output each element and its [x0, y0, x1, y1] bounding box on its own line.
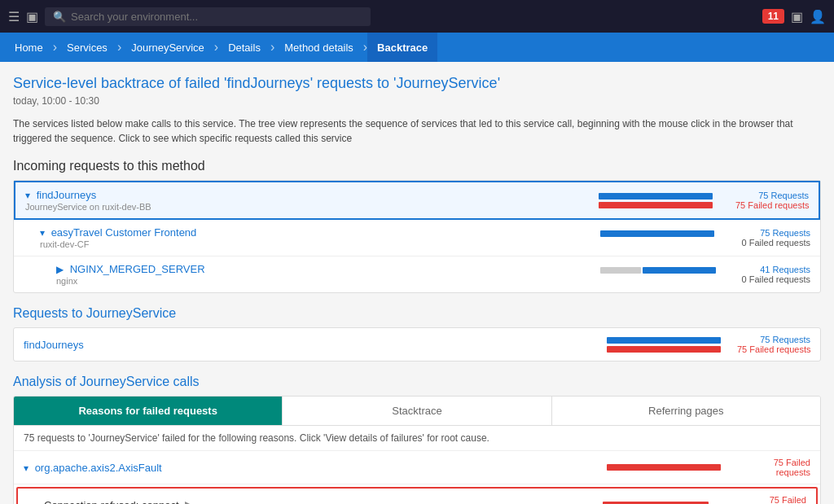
easytravel-link[interactable]: easyTravel Customer Frontend — [51, 226, 197, 239]
breadcrumb-services[interactable]: Services — [57, 33, 117, 62]
row-bars-0 — [599, 193, 729, 208]
top-bar: ☰ ▣ 🔍 11 ▣ 👤 — [0, 0, 834, 33]
analysis-tabs: Reasons for failed requests Stacktrace R… — [13, 396, 821, 426]
analysis-title: Analysis of JourneyService calls — [13, 375, 821, 389]
incoming-row-0: ▾ findJourneys JourneyService on ruxit-d… — [14, 181, 820, 220]
requests-title: Requests to JourneyService — [13, 306, 821, 321]
bar-blue-0 — [599, 193, 713, 199]
row-name-1: ▾ easyTravel Customer Frontend ruxit-dev… — [40, 226, 594, 249]
fault-row-0: ▾ org.apache.axis2.AxisFault 75 Failed r… — [14, 451, 820, 484]
expand-icon-2[interactable]: ▶ — [56, 264, 64, 275]
nginx-link[interactable]: NGINX_MERGED_SERVER — [70, 263, 205, 275]
analysis-section: Analysis of JourneyService calls Reasons… — [13, 375, 821, 504]
incoming-row-2: ▶ NGINX_MERGED_SERVER nginx 41 Requests … — [14, 256, 820, 292]
easytravel-sub: ruxit-dev-CF — [40, 239, 594, 249]
time-range: today, 10:00 - 10:30 — [13, 95, 821, 107]
analysis-body: 75 requests to 'JourneyService' failed f… — [13, 426, 821, 504]
requests-row-name: findJourneys — [24, 339, 607, 351]
req-bar-blue — [607, 337, 721, 344]
tab-reasons[interactable]: Reasons for failed requests — [14, 397, 283, 425]
breadcrumb-journeyservice[interactable]: JourneyService — [121, 33, 214, 62]
fault-expand-0[interactable]: ▾ — [24, 462, 29, 474]
row-stats-0: 75 Requests 75 Failed requests — [735, 191, 809, 210]
req-bar-red — [607, 346, 721, 353]
find-journeys-sub: JourneyService on ruxit-dev-BB — [25, 202, 592, 212]
search-input[interactable] — [71, 11, 362, 23]
fault-bar-red-0 — [607, 464, 721, 471]
row-stats-1: 75 Requests 0 Failed requests — [737, 228, 810, 248]
axis-fault-link[interactable]: org.apache.axis2.AxisFault — [35, 462, 162, 474]
fault-stats-0: 75 Failed requests — [737, 458, 810, 477]
page-title: Service-level backtrace of failed 'findJ… — [13, 75, 821, 92]
find-journeys-link[interactable]: findJourneys — [37, 189, 97, 201]
notification-badge[interactable]: 11 — [762, 9, 784, 24]
row-bars-2 — [600, 267, 731, 283]
menu-icon[interactable]: ☰ — [8, 9, 20, 24]
requests-row-bars — [607, 337, 737, 353]
bar-blue-2 — [643, 267, 716, 274]
nginx-sub: nginx — [56, 276, 594, 286]
apps-icon[interactable]: ▣ — [26, 9, 38, 24]
breadcrumb: Home › Services › JourneyService › Detai… — [0, 33, 834, 62]
bar-gray-2 — [600, 267, 641, 274]
incoming-table: ▾ findJourneys JourneyService on ruxit-d… — [13, 180, 821, 293]
fault-bars-0 — [607, 464, 737, 471]
incoming-row-1: ▾ easyTravel Customer Frontend ruxit-dev… — [14, 220, 820, 256]
breadcrumb-home[interactable]: Home — [8, 33, 53, 62]
expand-icon-0[interactable]: ▾ — [25, 190, 30, 201]
breadcrumb-backtrace[interactable]: Backtrace — [367, 33, 437, 62]
bar-spacer-2 — [600, 276, 731, 283]
tab-stacktrace[interactable]: Stacktrace — [283, 397, 551, 425]
row-name-2: ▶ NGINX_MERGED_SERVER nginx — [56, 263, 594, 286]
search-bar[interactable]: 🔍 — [45, 7, 371, 26]
breadcrumb-details[interactable]: Details — [218, 33, 270, 62]
cursor-icon: ▶ — [185, 498, 194, 504]
connection-refused-text: Connection refused: connect — [44, 499, 179, 504]
requests-section: Requests to JourneyService findJourneys … — [13, 306, 821, 362]
tab-referring[interactable]: Referring pages — [552, 397, 820, 425]
bar-red-0 — [599, 202, 713, 208]
monitor-icon[interactable]: ▣ — [791, 9, 803, 24]
info-text: The services listed below make calls to … — [13, 116, 821, 146]
breadcrumb-method-details[interactable]: Method details — [274, 33, 363, 62]
analysis-info: 75 requests to 'JourneyService' failed f… — [14, 426, 820, 451]
requests-row: findJourneys 75 Requests 75 Failed reque… — [13, 327, 821, 362]
search-icon: 🔍 — [53, 11, 66, 23]
find-journeys-req-link[interactable]: findJourneys — [24, 339, 84, 351]
main-content: Service-level backtrace of failed 'findJ… — [0, 62, 834, 504]
row-name-0: ▾ findJourneys JourneyService on ruxit-d… — [25, 189, 592, 212]
fault-name-0: ▾ org.apache.axis2.AxisFault — [24, 462, 607, 474]
incoming-section: Incoming requests to this method ▾ findJ… — [13, 159, 821, 293]
user-icon[interactable]: 👤 — [810, 9, 826, 24]
expand-icon-1[interactable]: ▾ — [40, 227, 45, 239]
bar-spacer-1 — [600, 239, 731, 246]
fault-name-1: Connection refused: connect ▶ — [44, 498, 603, 504]
row-stats-2: 41 Requests 0 Failed requests — [737, 265, 810, 284]
row-bars-1 — [600, 230, 731, 246]
top-bar-right: 11 ▣ 👤 — [762, 9, 826, 24]
fault-row-1: Connection refused: connect ▶ 75 Failed … — [16, 487, 818, 504]
requests-row-stats: 75 Requests 75 Failed requests — [737, 335, 810, 354]
bar-blue-1 — [600, 230, 714, 237]
fault-stats-1: 75 Failed requests — [733, 495, 806, 504]
incoming-title: Incoming requests to this method — [13, 159, 821, 173]
